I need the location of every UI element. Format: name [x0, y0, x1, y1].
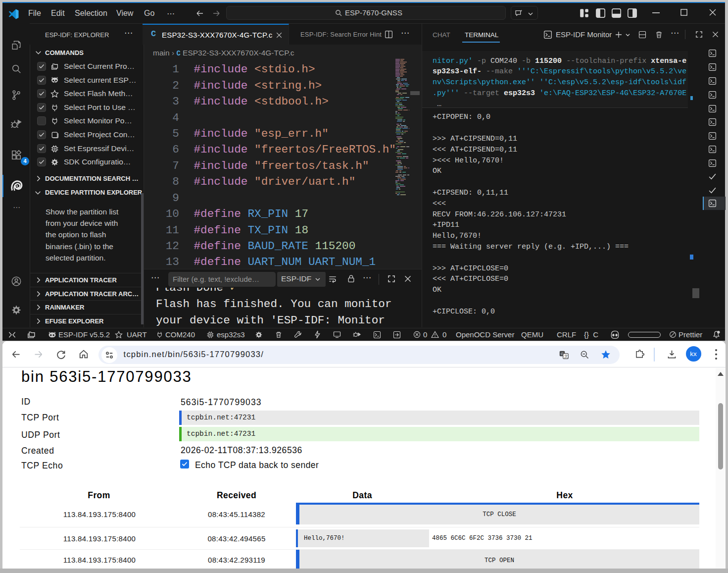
svg-text:文: 文 [564, 354, 568, 359]
